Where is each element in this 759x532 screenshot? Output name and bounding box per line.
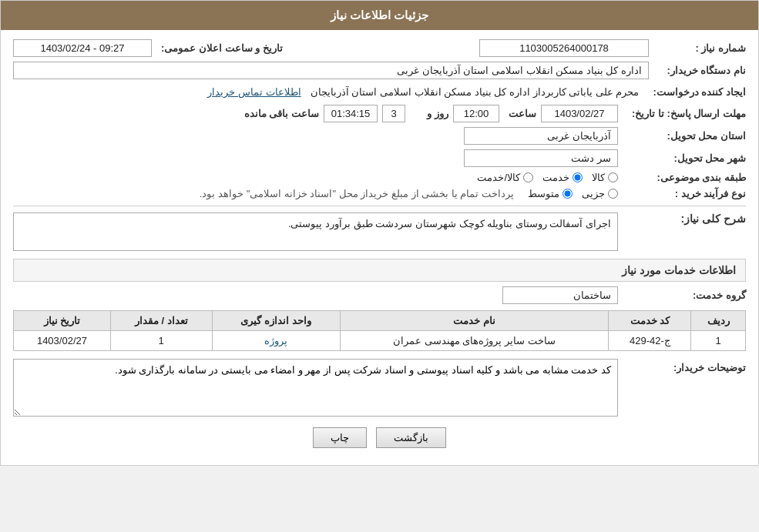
table-cell: ج-42-429	[609, 331, 691, 351]
city-row: شهر محل تحویل: سر دشت	[13, 149, 746, 167]
divider-1	[13, 206, 746, 206]
city-label: شهر محل تحویل:	[623, 152, 746, 164]
notes-label: توضیحات خریدار:	[623, 359, 746, 373]
button-row: بازگشت چاپ	[13, 427, 746, 448]
col-header-unit: واحد اندازه گیری	[212, 311, 340, 331]
deadline-days-label: روز و	[410, 108, 448, 119]
table-cell: پروژه	[212, 331, 340, 351]
need-number-value: 1103005264000178	[479, 39, 649, 57]
services-table: ردیف کد خدمت نام خدمت واحد اندازه گیری ت…	[13, 310, 746, 351]
process-mota-label: متوسط	[528, 188, 559, 199]
city-value: سر دشت	[464, 149, 618, 167]
process-jozii-label: جزیی	[582, 188, 605, 199]
deadline-remain-value: 01:34:15	[324, 105, 378, 122]
category-both-label: کالا/خدمت	[477, 172, 520, 183]
deadline-time-value: 12:00	[453, 105, 499, 122]
buyer-label: نام دستگاه خریدار:	[653, 65, 746, 76]
category-option-both: کالا/خدمت	[477, 172, 533, 183]
category-radio-both[interactable]	[523, 172, 533, 182]
category-radio-khedmat[interactable]	[573, 172, 583, 182]
category-row: طبقه بندی موضوعی: کالا خدمت کالا/خدمت	[13, 172, 746, 183]
province-label: استان محل تحویل:	[623, 130, 746, 142]
print-button[interactable]: چاپ	[313, 427, 367, 448]
category-khedmat-label: خدمت	[542, 172, 569, 183]
process-option-jozii: جزیی	[582, 188, 618, 199]
process-radio-jozii[interactable]	[608, 189, 618, 199]
col-header-qty: تعداد / مقدار	[110, 311, 212, 331]
category-radio-group: کالا خدمت کالا/خدمت	[477, 172, 618, 183]
process-row: نوع فرآیند خرید : جزیی متوسط پرداخت تمام…	[13, 188, 746, 199]
province-row: استان محل تحویل: آذربایجان غربی	[13, 127, 746, 145]
service-group-value: ساختمان	[502, 286, 618, 304]
table-header-row: ردیف کد خدمت نام خدمت واحد اندازه گیری ت…	[14, 311, 746, 331]
back-button[interactable]: بازگشت	[376, 427, 446, 448]
notes-row: توضیحات خریدار:	[13, 359, 746, 417]
col-header-row: ردیف	[691, 311, 746, 331]
announce-date-value: 1403/02/24 - 09:27	[13, 39, 152, 57]
creator-label: ایجاد کننده درخواست:	[648, 86, 746, 98]
process-radio-group: جزیی متوسط	[528, 188, 618, 199]
deadline-date: 1403/02/27	[541, 105, 618, 122]
announce-date-label: تاریخ و ساعت اعلان عمومی:	[156, 42, 283, 54]
category-label: طبقه بندی موضوعی:	[623, 172, 746, 183]
page-wrapper: جزئیات اطلاعات نیاز شماره نیاز : 1103005…	[0, 0, 759, 466]
table-cell: ساخت سایر پروژه‌های مهندسی عمران	[340, 331, 609, 351]
description-section-label: شرح کلی نیاز:	[623, 212, 746, 225]
col-header-name: نام خدمت	[340, 311, 609, 331]
service-group-row: گروه خدمت: ساختمان	[13, 286, 746, 304]
process-radio-mota[interactable]	[563, 189, 573, 199]
deadline-days-value: 3	[382, 105, 405, 122]
category-kala-label: کالا	[592, 172, 605, 183]
province-value: آذربایجان غربی	[464, 127, 618, 145]
need-number-row: شماره نیاز : 1103005264000178 تاریخ و سا…	[13, 39, 746, 57]
creator-row: ایجاد کننده درخواست: محرم علی یاباتی کار…	[13, 84, 746, 100]
creator-value: محرم علی یاباتی کاربرداز اداره کل بنیاد …	[306, 84, 644, 100]
notes-textarea	[13, 359, 618, 417]
deadline-label: مهلت ارسال پاسخ: تا تاریخ:	[623, 108, 746, 119]
description-row: شرح کلی نیاز: اجرای آسفالت روستای بناویل…	[13, 212, 746, 251]
deadline-remain-label: ساعت باقی مانده	[240, 108, 319, 119]
process-option-mota: متوسط	[528, 188, 573, 199]
deadline-row: مهلت ارسال پاسخ: تا تاریخ: 1403/02/27 سا…	[13, 105, 746, 122]
table-cell: 1	[691, 331, 746, 351]
category-option-kala: کالا	[592, 172, 618, 183]
services-section-header: اطلاعات خدمات مورد نیاز	[13, 259, 746, 282]
process-label: نوع فرآیند خرید :	[623, 188, 746, 199]
table-row: 1ج-42-429ساخت سایر پروژه‌های مهندسی عمرا…	[14, 331, 746, 351]
need-number-label: شماره نیاز :	[653, 42, 746, 54]
description-value: اجرای آسفالت روستای بناویله کوچک شهرستان…	[13, 212, 618, 251]
category-radio-kala[interactable]	[608, 172, 618, 182]
page-title: جزئیات اطلاعات نیاز	[1, 1, 758, 30]
service-group-label: گروه خدمت:	[623, 289, 746, 301]
services-tbody: 1ج-42-429ساخت سایر پروژه‌های مهندسی عمرا…	[14, 331, 746, 351]
content-area: شماره نیاز : 1103005264000178 تاریخ و سا…	[1, 30, 758, 465]
deadline-time-label: ساعت	[504, 108, 536, 119]
col-header-code: کد خدمت	[609, 311, 691, 331]
table-cell: 1	[110, 331, 212, 351]
contact-link[interactable]: اطلاعات تماس خریدار	[207, 86, 301, 98]
table-cell: 1403/02/27	[14, 331, 111, 351]
col-header-date: تاریخ نیاز	[14, 311, 111, 331]
process-note: پرداخت تمام یا بخشی از مبلغ خریداز محل "…	[200, 188, 514, 199]
category-option-khedmat: خدمت	[542, 172, 583, 183]
buyer-row: نام دستگاه خریدار: اداره کل بنیاد مسکن ا…	[13, 62, 746, 79]
buyer-value: اداره کل بنیاد مسکن انقلاب اسلامی استان …	[13, 62, 649, 79]
